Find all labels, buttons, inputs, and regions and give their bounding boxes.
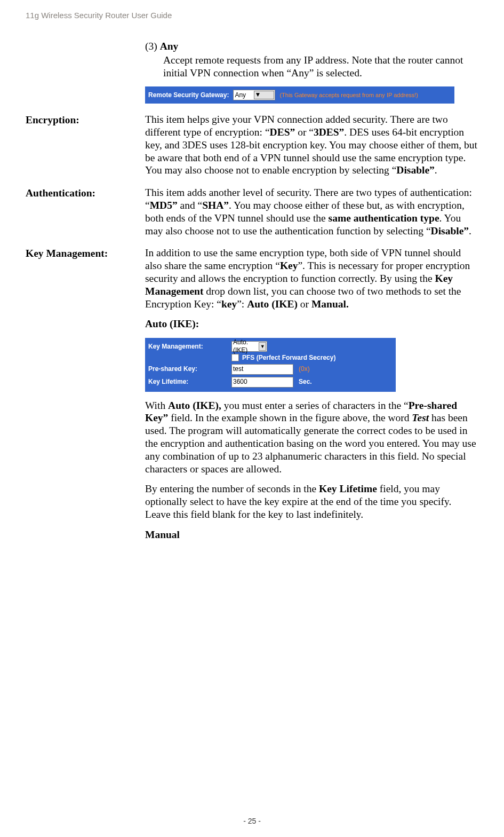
any-body: Accept remote requests from any IP addre… — [163, 54, 478, 80]
km-key: Key — [280, 260, 298, 271]
hex-label: (0x) — [299, 365, 310, 373]
auth-same: same authentication type — [329, 212, 439, 224]
sec-label: Sec. — [299, 378, 312, 386]
desc-encryption: This item helps give your VPN connection… — [145, 113, 478, 184]
km2-t1: With — [145, 400, 168, 411]
row-any: (3) Any Accept remote requests from any … — [26, 40, 478, 111]
label-encryption: Encryption: — [26, 113, 145, 126]
label-key-management: Key Management: — [26, 247, 145, 259]
km3-t1: By entering the number of seconds in the — [145, 483, 319, 494]
km-t4: ”: — [237, 298, 247, 310]
km3-lifetime: Key Lifetime — [319, 483, 377, 494]
km-subheading: Auto (IKE): — [145, 318, 478, 330]
document-page: 11g Wireless Security Router User Guide … — [0, 0, 504, 837]
row-key-management: Key Management: In addition to use the s… — [26, 247, 478, 548]
enc-t4: . — [435, 164, 437, 176]
rsg-select[interactable]: Any ▼ — [233, 90, 275, 100]
auth-disable: Disable” — [431, 225, 469, 236]
auth-t5: . — [469, 225, 471, 236]
km-fig-title: Key Management: — [148, 343, 231, 351]
auth-md5: MD5” — [150, 200, 178, 211]
rsg-note: (This Gateway accepts request from any I… — [279, 92, 418, 99]
page-footer: - 25 - — [0, 817, 504, 825]
km2-t3: field. In the example shown in the figur… — [168, 412, 412, 423]
psk-label: Pre-shared Key: — [148, 365, 231, 373]
km-key2: key — [221, 298, 237, 310]
km2-autoike: Auto (IKE), — [168, 400, 221, 411]
row-authentication: Authentication: This item adds another l… — [26, 186, 478, 244]
any-indent: Accept remote requests from any IP addre… — [145, 54, 478, 104]
km-dropdown[interactable]: Auto. (IKE) ▼ — [231, 341, 267, 352]
km-autoike: Auto (IKE) — [247, 298, 298, 310]
any-prefix: (3) — [145, 41, 160, 52]
km-t5: or — [298, 298, 311, 310]
km-manual: Manual. — [311, 298, 349, 310]
enc-t2: or “ — [295, 127, 314, 138]
label-authentication: Authentication: — [26, 186, 145, 199]
figure-remote-security-gateway: Remote Security Gateway: Any ▼ (This Gat… — [145, 86, 454, 104]
figure-key-management: Key Management: Auto. (IKE) ▼ PFS (Perfe… — [145, 338, 396, 392]
chevron-down-icon: ▼ — [254, 91, 274, 99]
pfs-label: PFS (Perfect Forward Secrecy) — [242, 354, 335, 362]
desc-any: (3) Any Accept remote requests from any … — [145, 40, 478, 111]
any-title: Any — [160, 41, 179, 52]
lifetime-input[interactable]: 3600 — [231, 377, 293, 388]
enc-disable: Disable” — [396, 164, 435, 176]
enc-3des: 3DES” — [314, 127, 344, 138]
pfs-checkbox[interactable] — [231, 354, 239, 361]
label-empty — [26, 40, 145, 41]
desc-authentication: This item adds another level of security… — [145, 186, 478, 244]
lifetime-label: Key Lifetime: — [148, 378, 231, 386]
chevron-down-icon: ▼ — [259, 342, 266, 351]
row-encryption: Encryption: This item helps give your VP… — [26, 113, 478, 184]
auth-t2: and “ — [178, 200, 203, 211]
auth-sha: SHA” — [202, 200, 229, 211]
rsg-label: Remote Security Gateway: — [145, 91, 233, 99]
km-manual-heading: Manual — [145, 528, 478, 541]
desc-key-management: In addition to use the same encryption t… — [145, 247, 478, 548]
psk-input[interactable]: test — [231, 364, 293, 375]
rsg-select-value: Any — [235, 91, 254, 99]
page-header: 11g Wireless Security Router User Guide — [26, 11, 478, 20]
enc-des: DES” — [270, 127, 295, 138]
km2-test: Test — [412, 412, 429, 423]
km2-t2: you must enter a series of characters in… — [221, 400, 409, 411]
km-dropdown-value: Auto. (IKE) — [233, 338, 259, 354]
